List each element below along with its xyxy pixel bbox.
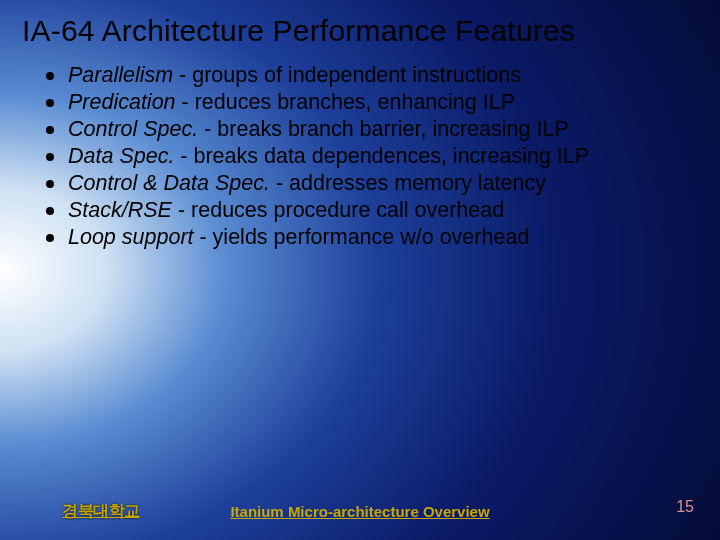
bullet-desc: - reduces procedure call overhead <box>172 198 504 222</box>
footer-center: Itanium Micro-architecture Overview <box>0 503 720 520</box>
bullet-term: Control Spec. <box>68 117 198 141</box>
list-item: Predication - reduces branches, enhancin… <box>42 89 696 116</box>
slide-title: IA-64 Architecture Performance Features <box>22 14 706 48</box>
bullet-term: Parallelism <box>68 63 173 87</box>
bullet-term: Predication <box>68 90 176 114</box>
bullet-desc: - addresses memory latency <box>270 171 546 195</box>
list-item: Control Spec. - breaks branch barrier, i… <box>42 116 696 143</box>
bullet-list: Parallelism - groups of independent inst… <box>42 62 696 251</box>
page-number: 15 <box>676 498 694 516</box>
footer: 경북대학교 Itanium Micro-architecture Overvie… <box>0 494 720 522</box>
bullet-term: Loop support <box>68 225 194 249</box>
list-item: Loop support - yields performance w/o ov… <box>42 224 696 251</box>
bullet-desc: - reduces branches, enhancing ILP <box>176 90 515 114</box>
bullet-desc: - yields performance w/o overhead <box>194 225 530 249</box>
bullet-term: Control & Data Spec. <box>68 171 270 195</box>
bullet-desc: - groups of independent instructions <box>173 63 521 87</box>
bullet-desc: - breaks branch barrier, increasing ILP <box>198 117 568 141</box>
list-item: Data Spec. - breaks data dependences, in… <box>42 143 696 170</box>
list-item: Control & Data Spec. - addresses memory … <box>42 170 696 197</box>
slide: IA-64 Architecture Performance Features … <box>0 0 720 540</box>
list-item: Parallelism - groups of independent inst… <box>42 62 696 89</box>
list-item: Stack/RSE - reduces procedure call overh… <box>42 197 696 224</box>
bullet-term: Data Spec. <box>68 144 174 168</box>
bullet-term: Stack/RSE <box>68 198 172 222</box>
bullet-desc: - breaks data dependences, increasing IL… <box>174 144 589 168</box>
